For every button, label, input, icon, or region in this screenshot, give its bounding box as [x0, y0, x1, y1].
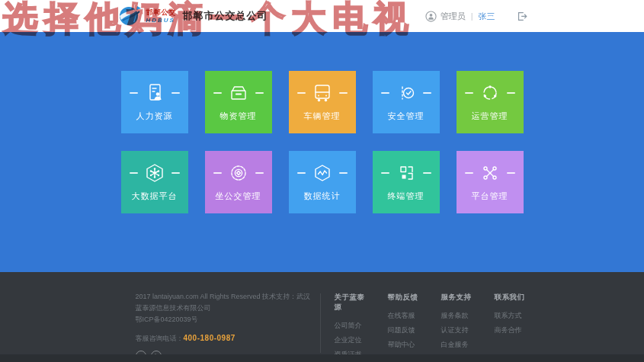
tile-bigdata[interactable]: 大数据平台 [121, 151, 188, 213]
footer-col-title: 联系我们 [495, 293, 528, 303]
tile-platform[interactable]: 平台管理 [457, 151, 524, 213]
logo-globe-icon [117, 5, 143, 27]
archive-box-icon [227, 82, 250, 104]
main-launcher: 人力资源 物资管理 [0, 32, 644, 272]
tile-vehicles[interactable]: 车辆管理 [289, 71, 356, 133]
dash-left [465, 172, 473, 174]
dash-right [339, 172, 348, 174]
logout-icon [516, 10, 528, 22]
hexagon-network-icon [143, 162, 166, 184]
dash-left [213, 172, 222, 174]
tile-label: 平台管理 [472, 191, 508, 202]
checklist-check-icon [395, 82, 418, 104]
bus-icon [311, 82, 334, 104]
user-role-label: 管理员 [441, 11, 466, 22]
tile-operations[interactable]: 运营管理 [457, 71, 524, 133]
footer-bottom-strip [0, 354, 644, 362]
service-phone-label: 客服咨询电话： [136, 335, 184, 342]
dash-left [465, 92, 473, 94]
footer-col-help: 帮助反馈 在线客服 问题反馈 帮助中心 [388, 293, 421, 362]
footer: 2017 lantaiyuan.com All Rights Reserved … [0, 272, 644, 362]
user-separator: | [471, 11, 473, 21]
service-phone-line: 客服咨询电话：400-180-0987 [136, 334, 312, 344]
footer-link[interactable]: 服务条款 [441, 311, 475, 321]
footer-link[interactable]: 企业定位 [335, 335, 368, 345]
tile-bus-ride[interactable]: 坐公交管理 [205, 151, 272, 213]
tile-label: 车辆管理 [304, 111, 341, 122]
document-person-icon [143, 82, 166, 104]
tile-label: 大数据平台 [132, 191, 178, 202]
badge-gear-icon [227, 162, 250, 184]
tile-safety[interactable]: 安全管理 [373, 71, 440, 133]
tile-human-resources[interactable]: 人力资源 [121, 71, 188, 133]
copyright-line1: 2017 lantaiyuan.com All Rights Reserved … [136, 291, 312, 314]
user-avatar-icon [425, 11, 437, 22]
network-circle-icon [479, 82, 501, 104]
tile-label: 坐公交管理 [216, 191, 261, 202]
tile-label: 安全管理 [388, 111, 425, 122]
footer-link[interactable]: 认证支持 [441, 325, 475, 335]
dash-right [507, 172, 515, 174]
tile-materials[interactable]: 物资管理 [205, 71, 272, 133]
dash-left [213, 92, 222, 94]
footer-link[interactable]: 在线客服 [388, 311, 421, 321]
logo-cn-text: 邯郸公交 [146, 9, 177, 16]
footer-link[interactable]: 问题反馈 [388, 325, 421, 335]
tile-label: 数据统计 [304, 191, 341, 202]
dash-left [130, 172, 138, 174]
tile-label: 终端管理 [388, 191, 425, 202]
tile-label: 物资管理 [220, 111, 257, 122]
footer-link[interactable]: 联系方式 [495, 311, 528, 321]
tile-label: 人力资源 [136, 111, 173, 122]
dash-right [339, 92, 348, 94]
tile-grid: 人力资源 物资管理 [121, 71, 524, 213]
footer-col-title: 关于蓝泰源 [335, 293, 368, 312]
logout-button[interactable] [516, 10, 528, 22]
dash-left [297, 172, 306, 174]
footer-col-contact: 联系我们 联系方式 商务合作 [495, 293, 528, 362]
footer-link-columns: 关于蓝泰源 公司简介 企业定位 资质证书 成功案例 帮助反馈 在线客服 问题反馈… [335, 291, 528, 362]
footer-info: 2017 lantaiyuan.com All Rights Reserved … [117, 291, 312, 362]
footer-link[interactable]: 白金服务 [441, 340, 475, 350]
dash-right [255, 92, 264, 94]
footer-col-title: 帮助反馈 [388, 293, 421, 303]
footer-divider [320, 293, 321, 353]
footer-link[interactable]: 公司简介 [335, 321, 368, 331]
user-name-link[interactable]: 张三 [479, 11, 495, 22]
node-link-icon [479, 162, 501, 184]
dash-right [507, 92, 515, 94]
dash-right [255, 172, 264, 174]
footer-link[interactable]: 帮助中心 [388, 340, 421, 350]
hexagon-pulse-icon [311, 162, 334, 184]
service-phone: 400-180-0987 [184, 334, 235, 342]
qr-code-icon [395, 162, 418, 184]
footer-link[interactable]: 商务合作 [495, 325, 528, 335]
dash-left [381, 172, 389, 174]
dash-left [130, 92, 138, 94]
logo: 邯郸公交 HDBUS [117, 5, 177, 27]
dash-right [423, 92, 431, 94]
dash-right [423, 172, 431, 174]
dash-left [381, 92, 389, 94]
footer-col-about: 关于蓝泰源 公司简介 企业定位 资质证书 成功案例 [335, 293, 368, 362]
tile-terminals[interactable]: 终端管理 [373, 151, 440, 213]
user-area: 管理员 | 张三 [425, 10, 528, 22]
dash-left [297, 92, 306, 94]
logo-en-text: HDBUS [146, 18, 177, 24]
company-title: 邯郸市公交总公司 [183, 9, 268, 23]
footer-col-support: 服务支持 服务条款 认证支持 白金服务 [441, 293, 475, 362]
footer-col-title: 服务支持 [441, 293, 475, 303]
dash-right [171, 92, 180, 94]
copyright-line2: 鄂ICP备04220039号 [136, 314, 312, 325]
dash-right [171, 172, 180, 174]
tile-statistics[interactable]: 数据统计 [289, 151, 356, 213]
header: 邯郸公交 HDBUS 邯郸市公交总公司 管理员 | 张三 [0, 0, 644, 32]
tile-label: 运营管理 [472, 111, 508, 122]
